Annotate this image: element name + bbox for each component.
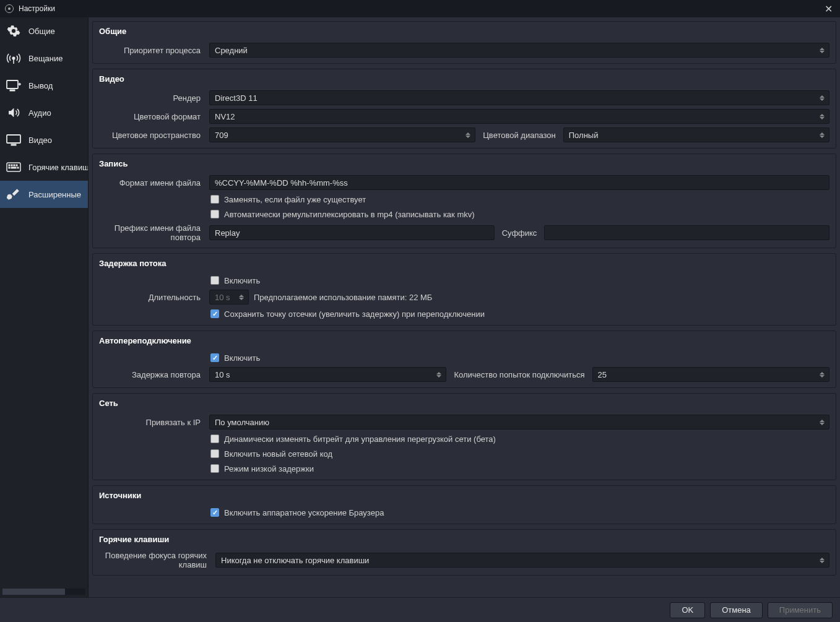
sidebar-scrollbar[interactable] [2, 589, 85, 595]
duration-spinner[interactable]: 10 s [209, 290, 249, 305]
sidebar-item-label: Аудио [28, 108, 51, 118]
retry-delay-label: Задержка повтора [93, 370, 204, 379]
group-title: Автопереподключение [93, 331, 836, 350]
group-hotkeys: Горячие клавиши Поведение фокуса горячих… [92, 529, 836, 576]
svg-rect-10 [16, 165, 17, 166]
renderer-label: Рендер [93, 93, 204, 103]
group-sources: Источники Включить аппаратное ускорение … [92, 485, 836, 524]
suffix-input[interactable] [544, 225, 829, 240]
sidebar: Общие Вещание Вывод Аудио [0, 17, 89, 597]
group-reconnect: Автопереподключение Включить Задержка по… [92, 330, 836, 388]
sidebar-item-label: Общие [28, 27, 55, 36]
group-title: Видео [93, 69, 836, 89]
window-title: Настройки [19, 4, 55, 13]
sidebar-item-general[interactable]: Общие [0, 17, 88, 45]
color-range-combo[interactable]: Полный [563, 127, 829, 142]
color-space-combo[interactable]: 709 [209, 127, 475, 142]
preserve-cutoff-label: Сохранить точку отсечки (увеличить задер… [224, 309, 485, 319]
close-icon[interactable]: ✕ [822, 3, 835, 15]
apply-button[interactable]: Применить [768, 602, 833, 618]
cancel-button[interactable]: Отмена [710, 602, 763, 618]
browser-hw-accel-label: Включить аппаратное ускорение Браузера [224, 508, 384, 517]
svg-rect-12 [11, 167, 16, 168]
group-title: Источники [93, 486, 836, 505]
browser-hw-accel-checkbox[interactable] [210, 508, 219, 517]
app-icon [5, 4, 14, 13]
bind-ip-combo[interactable]: По умолчанию [209, 415, 829, 430]
titlebar: Настройки ✕ [0, 0, 840, 17]
dynamic-bitrate-label: Динамически изменять битрейт для управле… [224, 434, 496, 444]
sidebar-item-label: Видео [28, 136, 52, 145]
spinner-value: 10 s [215, 370, 230, 379]
audio-icon [5, 105, 22, 120]
combo-value: По умолчанию [215, 418, 269, 427]
priority-combo[interactable]: Средний [209, 43, 829, 58]
reconnect-enable-label: Включить [224, 353, 260, 363]
duration-label: Длительность [93, 293, 204, 302]
combo-value: NV12 [215, 112, 235, 121]
new-network-code-label: Включить новый сетевой код [224, 449, 332, 459]
bind-ip-label: Привязать к IP [93, 418, 204, 427]
group-stream-delay: Задержка потока Включить Длительность 10… [92, 253, 836, 326]
sidebar-item-stream[interactable]: Вещание [0, 45, 88, 72]
overwrite-label: Заменять, если файл уже существует [224, 195, 366, 204]
replay-prefix-label: Префикс имени файла повтора [93, 223, 204, 242]
replay-prefix-input[interactable]: Replay [209, 225, 495, 240]
svg-rect-11 [9, 167, 10, 168]
group-title: Горячие клавиши [93, 530, 836, 549]
svg-rect-2 [7, 80, 18, 89]
combo-value: Средний [215, 46, 248, 55]
video-icon [5, 132, 22, 147]
color-format-combo[interactable]: NV12 [209, 109, 829, 124]
sidebar-item-advanced[interactable]: Расширенные [0, 181, 88, 208]
svg-rect-5 [11, 144, 16, 145]
gear-icon [5, 24, 22, 38]
svg-rect-4 [7, 135, 20, 143]
chevron-updown-icon [435, 369, 443, 380]
sidebar-item-output[interactable]: Вывод [0, 72, 88, 99]
keyboard-icon [5, 160, 22, 175]
new-network-code-checkbox[interactable] [210, 449, 219, 458]
group-video: Видео Рендер Direct3D 11 Цветовой формат… [92, 69, 836, 149]
max-retries-spinner[interactable]: 25 [592, 367, 829, 382]
sidebar-item-audio[interactable]: Аудио [0, 99, 88, 126]
renderer-combo[interactable]: Direct3D 11 [209, 90, 829, 105]
output-icon [5, 78, 22, 93]
combo-value: Никогда не отключать горячие клавиши [221, 556, 369, 565]
reconnect-enable-checkbox[interactable] [210, 353, 219, 362]
group-title: Сеть [93, 394, 836, 413]
combo-value: 709 [215, 131, 228, 140]
filename-format-label: Формат имени файла [93, 178, 204, 188]
sidebar-item-video[interactable]: Видео [0, 126, 88, 153]
preserve-cutoff-checkbox[interactable] [210, 309, 219, 318]
dynamic-bitrate-checkbox[interactable] [210, 434, 219, 443]
memory-estimate: Предполагаемое использование памяти: 22 … [254, 293, 432, 302]
chevron-updown-icon [818, 45, 826, 56]
sidebar-item-label: Горячие клавиши [28, 163, 88, 172]
group-title: Общие [93, 22, 836, 41]
remux-label: Автоматически ремультиплексировать в mp4… [224, 210, 475, 219]
color-format-label: Цветовой формат [93, 112, 204, 121]
low-latency-checkbox[interactable] [210, 464, 219, 473]
sidebar-item-label: Вывод [28, 81, 53, 90]
chevron-updown-icon [818, 417, 826, 428]
tools-icon [5, 187, 22, 202]
group-title: Запись [93, 154, 836, 173]
svg-rect-8 [11, 165, 12, 166]
remux-checkbox[interactable] [210, 210, 219, 218]
input-value: Replay [215, 228, 240, 238]
svg-point-0 [12, 57, 15, 59]
hotkey-focus-combo[interactable]: Никогда не отключать горячие клавиши [215, 553, 829, 568]
svg-rect-3 [10, 90, 15, 91]
combo-value: Direct3D 11 [215, 93, 258, 103]
suffix-label: Суффикс [500, 228, 540, 238]
svg-rect-7 [9, 165, 10, 166]
retry-delay-spinner[interactable]: 10 s [209, 367, 446, 382]
filename-format-input[interactable]: %CCYY-%MM-%DD %hh-%mm-%ss [209, 175, 829, 190]
overwrite-checkbox[interactable] [210, 195, 219, 204]
ok-button[interactable]: OK [670, 602, 705, 618]
group-recording: Запись Формат имени файла %CCYY-%MM-%DD … [92, 153, 836, 248]
delay-enable-checkbox[interactable] [210, 276, 219, 285]
sidebar-item-label: Расширенные [28, 190, 81, 199]
sidebar-item-hotkeys[interactable]: Горячие клавиши [0, 153, 88, 181]
